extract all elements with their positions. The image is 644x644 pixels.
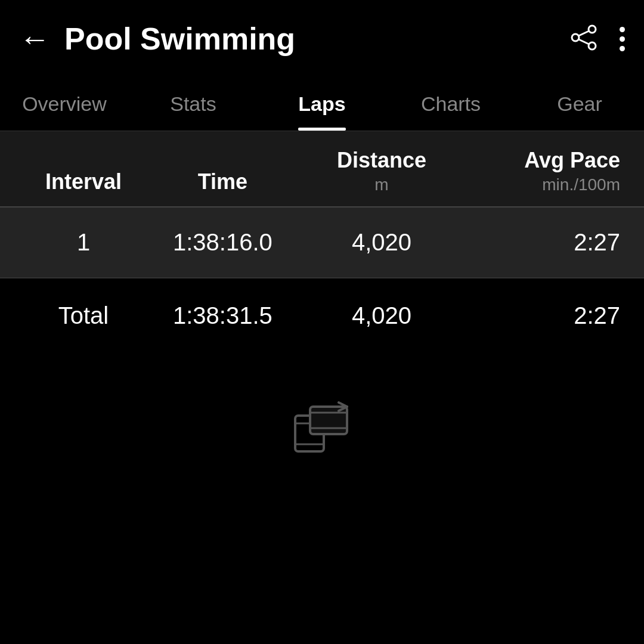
tab-stats[interactable]: Stats — [129, 78, 258, 131]
row-1-avg-pace: 2:27 — [461, 229, 620, 256]
sync-devices-icon — [292, 401, 352, 454]
svg-rect-8 — [310, 407, 347, 434]
more-button[interactable] — [620, 27, 625, 51]
row-1-time: 1:38:16.0 — [143, 229, 302, 256]
more-dot-1 — [620, 27, 625, 32]
total-row: Total 1:38:31.5 4,020 2:27 — [0, 278, 644, 353]
svg-point-1 — [589, 42, 596, 49]
share-button[interactable] — [569, 23, 598, 54]
sync-area — [0, 389, 644, 469]
svg-line-3 — [579, 31, 589, 36]
laps-table: Interval Time Distance m Avg Pace min./1… — [0, 131, 644, 277]
header: ← Pool Swimming — [0, 0, 644, 78]
table-header-row: Interval Time Distance m Avg Pace min./1… — [0, 131, 644, 206]
tab-bar: Overview Stats Laps Charts Gear — [0, 78, 644, 131]
col-header-avg-pace: Avg Pace min./100m — [461, 148, 620, 194]
share-icon — [569, 23, 598, 52]
total-label: Total — [24, 302, 143, 329]
header-actions — [569, 23, 625, 54]
svg-point-2 — [572, 34, 579, 41]
more-dot-3 — [620, 46, 625, 51]
page-title: Pool Swimming — [64, 21, 569, 57]
row-1-interval: 1 — [24, 229, 143, 256]
svg-line-4 — [579, 39, 589, 44]
total-avg-pace: 2:27 — [461, 302, 620, 329]
tab-gear[interactable]: Gear — [515, 78, 644, 131]
total-section: Total 1:38:31.5 4,020 2:27 — [0, 277, 644, 353]
row-1-distance: 4,020 — [302, 229, 462, 256]
tab-charts[interactable]: Charts — [386, 78, 515, 131]
total-distance: 4,020 — [302, 302, 462, 329]
col-header-time: Time — [143, 169, 302, 194]
more-dot-2 — [620, 36, 625, 42]
table-row[interactable]: 1 1:38:16.0 4,020 2:27 — [0, 208, 644, 277]
tab-laps[interactable]: Laps — [258, 78, 386, 131]
sync-icon — [292, 401, 352, 457]
total-time: 1:38:31.5 — [143, 302, 302, 329]
tab-overview[interactable]: Overview — [0, 78, 129, 131]
col-header-distance: Distance m — [302, 148, 462, 194]
back-button[interactable]: ← — [19, 23, 50, 54]
svg-point-0 — [589, 26, 596, 33]
col-header-interval: Interval — [24, 169, 143, 194]
